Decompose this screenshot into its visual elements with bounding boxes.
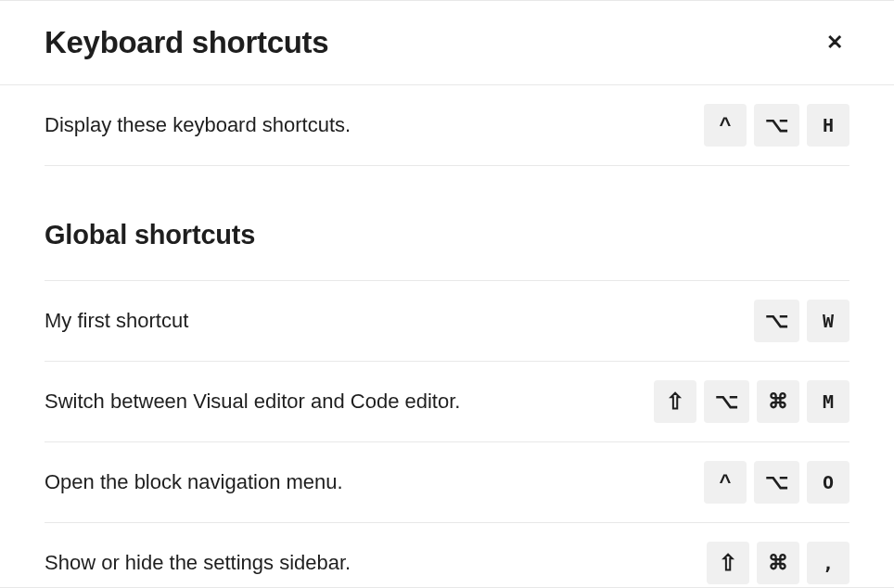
key-option: ⌥ <box>754 300 799 342</box>
shortcut-description: Show or hide the settings sidebar. <box>45 551 351 575</box>
shortcut-keys: ⇧⌘, <box>707 542 849 584</box>
shortcut-row: Show or hide the settings sidebar. ⇧⌘, <box>45 523 849 588</box>
shortcut-keys: ⇧⌥⌘M <box>654 380 849 423</box>
key-o: O <box>807 461 849 504</box>
key-shift: ⇧ <box>654 380 696 423</box>
key-shift: ⇧ <box>707 542 749 584</box>
shortcut-row: My first shortcut ⌥W <box>45 281 849 362</box>
key-option: ⌥ <box>754 104 799 147</box>
key-w: W <box>807 300 849 342</box>
keyboard-shortcuts-modal: Keyboard shortcuts ✕ Display these keybo… <box>0 0 894 588</box>
key-command: ⌘ <box>757 380 799 423</box>
section-heading: Global shortcuts <box>45 166 849 275</box>
shortcut-row: Open the block navigation menu. ^⌥O <box>45 442 849 523</box>
key-command: ⌘ <box>757 542 799 584</box>
key-m: M <box>807 380 849 423</box>
close-button[interactable]: ✕ <box>820 28 849 58</box>
shortcut-description: Switch between Visual editor and Code ed… <box>45 390 460 414</box>
key-option: ⌥ <box>704 380 749 423</box>
shortcut-keys: ^⌥O <box>704 461 849 504</box>
shortcut-row: Switch between Visual editor and Code ed… <box>45 362 849 442</box>
modal-title: Keyboard shortcuts <box>45 25 328 60</box>
shortcut-keys: ^⌥H <box>704 104 849 147</box>
close-icon: ✕ <box>826 32 843 53</box>
shortcut-keys: ⌥W <box>754 300 849 342</box>
key-option: ⌥ <box>754 461 799 504</box>
key-comma: , <box>807 542 849 584</box>
shortcut-section: Global shortcuts My first shortcut ⌥W Sw… <box>45 166 849 588</box>
modal-body: Display these keyboard shortcuts. ^⌥H Gl… <box>0 85 894 588</box>
modal-header: Keyboard shortcuts ✕ <box>0 1 894 85</box>
shortcut-description: My first shortcut <box>45 309 188 333</box>
key-ctrl: ^ <box>704 461 747 504</box>
shortcut-description: Display these keyboard shortcuts. <box>45 113 351 137</box>
key-ctrl: ^ <box>704 104 747 147</box>
key-h: H <box>807 104 849 147</box>
shortcut-description: Open the block navigation menu. <box>45 470 343 494</box>
shortcut-row: Display these keyboard shortcuts. ^⌥H <box>45 85 849 166</box>
